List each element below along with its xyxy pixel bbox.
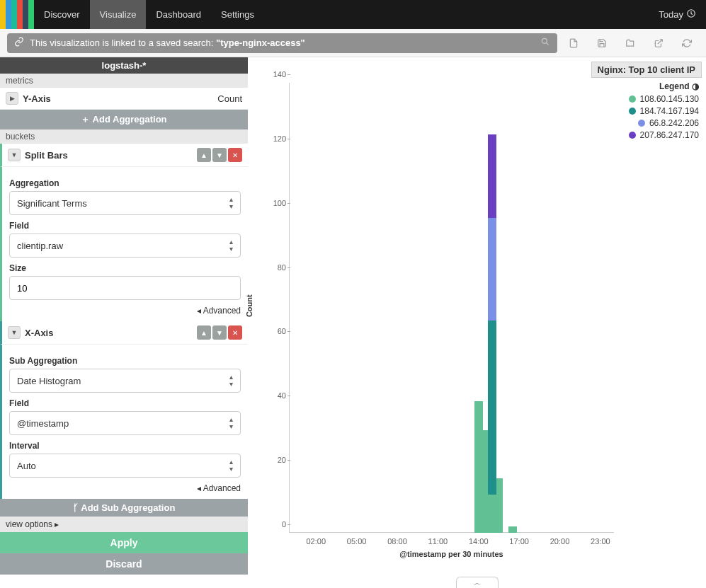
remove-button[interactable]: ✕ [228,325,242,340]
time-picker[interactable]: Today [659,8,706,21]
metric-value: Count [217,93,242,104]
add-sub-aggregation-button[interactable]: ᚶ Add Sub Aggregation [0,499,248,517]
legend-item[interactable]: 66.8.242.206 [629,118,699,128]
caret-icon: ▴▾ [229,459,233,473]
y-tick: 60 [266,327,286,335]
y-tick: 40 [266,391,286,400]
legend-header[interactable]: Legend ◑ [629,81,699,91]
bucket-split-bars-header[interactable]: ▼ Split Bars ▲ ▼ ✕ [0,144,248,167]
move-up-button[interactable]: ▲ [197,325,211,340]
nav-visualize[interactable]: Visualize [90,0,147,29]
caret-icon: ▴▾ [229,416,233,430]
field-label: Field [9,398,241,408]
plus-icon: ＋ [81,114,90,125]
legend-item[interactable]: 108.60.145.130 [629,94,699,104]
y-axis-label: Count [245,294,254,317]
metrics-section-label: metrics [0,74,248,88]
legend-dot-icon [629,132,636,139]
nav-dashboard[interactable]: Dashboard [146,0,211,29]
new-button[interactable] [562,33,586,53]
x-tick: 14:00 [469,537,489,546]
toolbar: This visualization is linked to a saved … [0,29,706,57]
view-options-toggle[interactable]: view options ▸ [0,517,248,532]
buckets-section-label: buckets [0,129,248,144]
aggregation-label: Aggregation [9,178,241,188]
save-button[interactable] [590,33,614,53]
legend: Legend ◑ 108.60.145.130184.74.167.19466.… [629,81,699,142]
discard-button[interactable]: Discard [0,553,248,575]
bar-segment [488,321,496,494]
advanced-toggle[interactable]: ◂ Advanced [9,306,241,316]
add-aggregation-button[interactable]: ＋ Add Aggregation [0,110,248,129]
x-tick: 08:00 [387,537,407,546]
viz-title: Nginx: Top 10 client IP [591,62,702,78]
interval-select[interactable]: Auto▴▾ [9,454,241,478]
legend-dot-icon [629,108,636,115]
expand-icon: ▶ [6,92,18,105]
x-tick: 02:00 [306,537,326,546]
open-button[interactable] [618,33,642,53]
refresh-button[interactable] [675,33,699,53]
caret-icon: ▴▾ [229,374,233,388]
x-tick: 20:00 [550,537,570,546]
plot-area[interactable]: @timestamp per 30 minutes 02040608010012… [289,83,614,533]
brand-stripe [0,0,34,29]
y-tick: 80 [266,263,286,272]
x-tick: 17:00 [509,537,529,546]
chart: Count @timestamp per 30 minutes 02040608… [252,79,621,570]
linked-search-text: This visualization is linked to a saved … [30,38,305,48]
move-down-button[interactable]: ▼ [212,148,227,162]
x-tick: 23:00 [591,537,610,546]
size-input[interactable] [9,276,241,300]
caret-icon: ▴▾ [229,196,233,210]
move-up-button[interactable]: ▲ [197,148,211,162]
x-axis-label: @timestamp per 30 minutes [289,550,614,558]
apply-button[interactable]: Apply [0,532,248,553]
collapse-icon: ▼ [8,149,21,161]
y-tick: 100 [266,199,286,207]
remove-button[interactable]: ✕ [228,148,242,162]
sidebar: logstash-* metrics ▶ Y-Axis Count ＋ Add … [0,57,248,588]
bucket-xaxis-header[interactable]: ▼ X-Axis ▲ ▼ ✕ [0,321,248,345]
metric-name: Y-Axis [23,93,51,104]
chevron-up-icon: ︿ [474,578,481,588]
metric-yaxis-row[interactable]: ▶ Y-Axis Count [0,88,248,110]
x-tick: 11:00 [428,537,448,546]
legend-item[interactable]: 207.86.247.170 [629,130,699,140]
bucket-split-bars-body: Aggregation Significant Terms▴▾ Field cl… [0,167,248,321]
legend-item[interactable]: 184.74.167.194 [629,106,699,116]
nav-discover[interactable]: Discover [34,0,90,29]
linked-search-bar[interactable]: This visualization is linked to a saved … [7,33,557,53]
time-picker-label: Today [659,9,683,20]
collapse-panel-button[interactable]: ︿ [456,577,499,588]
field-select[interactable]: @timestamp▴▾ [9,411,241,435]
interval-label: Interval [9,441,241,451]
svg-point-1 [542,38,547,43]
nav-settings[interactable]: Settings [211,0,264,29]
visualization-panel: Nginx: Top 10 client IP Legend ◑ 108.60.… [248,57,706,588]
advanced-toggle[interactable]: ◂ Advanced [9,483,241,493]
aggregation-select[interactable]: Significant Terms▴▾ [9,191,241,215]
caret-icon: ▴▾ [229,238,233,253]
stacked-bar[interactable] [488,134,496,533]
share-button[interactable] [647,33,671,53]
legend-dot-icon [629,96,636,103]
bar-segment [488,134,496,218]
index-pattern-header[interactable]: logstash-* [0,57,248,74]
top-nav: Discover Visualize Dashboard Settings To… [0,0,706,29]
link-icon [14,37,24,49]
y-tick: 120 [266,134,286,143]
bar-segment [488,218,496,321]
subagg-label: Sub Aggregation [9,356,241,366]
field-label: Field [9,221,241,231]
move-down-button[interactable]: ▼ [212,325,227,340]
y-tick: 20 [266,456,286,464]
y-tick: 140 [266,70,286,79]
bucket-xaxis-body: Sub Aggregation Date Histogram▴▾ Field @… [0,345,248,499]
collapse-icon: ▼ [8,326,21,339]
bar[interactable] [508,526,517,533]
field-select[interactable]: clientip.raw▴▾ [9,234,241,258]
search-icon [540,37,550,49]
subagg-select[interactable]: Date Histogram▴▾ [9,369,241,393]
legend-dot-icon [638,120,645,127]
